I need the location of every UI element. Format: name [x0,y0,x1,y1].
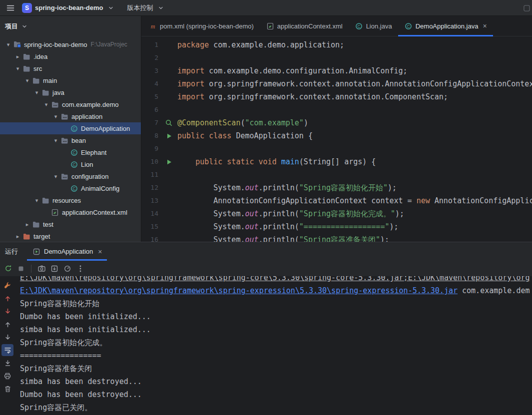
tree-item-idea[interactable]: ▸.idea [0,50,141,62]
export-button[interactable] [48,263,60,275]
line-number: 13 [141,194,164,207]
code-token: "com.example" [245,118,303,127]
tree-item-bean[interactable]: ▾bean [0,134,141,146]
console-link[interactable]: E:\JDK\maven\repository\org\springframew… [20,276,530,282]
print-button[interactable] [1,370,13,382]
gauge-button[interactable] [61,263,73,275]
up-stack-button[interactable] [1,292,13,304]
code-line: 14 System.out.println("Spring容器初始化完成。"); [141,207,532,220]
code-token: ); [395,209,404,218]
collapse-icon[interactable]: ▾ [51,173,60,180]
tree-item-elephant[interactable]: CElephant [0,146,141,158]
scroll-to-end-button[interactable] [1,357,13,369]
tree-item-label: Elephant [81,149,106,156]
svg-text:C: C [72,150,75,155]
hamburger-menu-button[interactable] [4,2,17,14]
line-number: 15 [141,220,164,233]
expand-icon[interactable]: ▸ [13,53,22,60]
stop-button[interactable] [15,263,27,275]
camera-button[interactable] [35,263,47,275]
gutter [164,194,177,207]
collapse-icon[interactable]: ▾ [23,77,31,84]
tree-item-application[interactable]: ▾application [0,110,141,122]
collapse-icon[interactable]: ▾ [32,197,41,204]
tree-item-applicationcontext-xml[interactable]: applicationContext.xml [0,206,141,218]
tree-item-test[interactable]: ▸test [0,218,141,230]
springxml-icon [50,208,59,216]
tree-item-lion[interactable]: CLion [0,158,141,170]
expand-icon[interactable]: ▸ [23,221,31,228]
line-number: 1 [141,38,164,51]
console-line: E:\JDK\maven\repository\org\springframew… [20,284,532,297]
code-editor[interactable]: 1package com.example.demo.application;23… [141,36,532,242]
console-text: simba has been destroyed... [20,377,142,386]
next-occurrence-button[interactable] [1,331,13,343]
bean-icon[interactable] [164,119,173,127]
run-icon[interactable] [164,158,173,166]
down-stack-button[interactable] [1,305,13,317]
gutter[interactable] [164,116,177,129]
code-token: org.springframework.context.annotation.C… [204,92,448,101]
rerun-button[interactable] [2,263,14,275]
tree-item-spring-ioc-bean-demo[interactable]: ▾spring-ioc-bean-demoF:\JavaProjec [0,38,141,50]
code-token: ) [304,118,308,127]
code-token: .println( [259,222,299,231]
tree-item-label: DemoApplication [81,125,130,132]
gutter[interactable] [164,129,177,142]
customize-button[interactable] [1,279,13,291]
tree-item-configuration[interactable]: ▾configuration [0,170,141,182]
expand-icon[interactable]: ▸ [13,233,22,240]
window-control-icon[interactable] [522,4,531,12]
console-link[interactable]: E:\JDK\maven\repository\org\springframew… [20,286,458,295]
clear-all-button[interactable] [1,383,13,395]
editor-tab-applicationcontext-xml[interactable]: applicationContext.xml [260,16,349,36]
soft-wrap-button[interactable] [1,344,13,356]
tree-item-target[interactable]: ▸target [0,230,141,242]
class-icon: C [69,184,78,192]
tree-item-com-example-demo[interactable]: ▾com.example.demo [0,98,141,110]
line-number: 5 [141,90,164,103]
collapse-icon[interactable]: ▾ [51,137,60,144]
code-text: package com.example.demo.application; [177,38,344,51]
package-icon [60,112,69,120]
tree-item-demoapplication[interactable]: CDemoApplication [0,122,141,134]
collapse-icon[interactable]: ▾ [51,113,60,120]
collapse-icon[interactable]: ▾ [42,101,50,108]
code-text: AnnotationConfigApplicationContext conte… [177,194,532,207]
collapse-icon[interactable]: ▾ [32,89,41,96]
collapse-icon[interactable]: ▾ [4,41,12,48]
more-button[interactable] [74,263,86,275]
tree-item-java[interactable]: ▾java [0,86,141,98]
run-tab-demoapplication[interactable]: DemoApplication × [27,242,107,261]
close-icon[interactable]: × [98,248,102,256]
tree-item-resources[interactable]: ▾resources [0,194,141,206]
prev-occurrence-button[interactable] [1,318,13,330]
run-icon[interactable] [164,132,173,140]
console-line: Spring容器初始化完成。 [20,336,532,349]
chevron-down-icon [156,4,165,12]
console-text: ================== [20,351,101,360]
code-line: 8public class DemoApplication { [141,129,532,142]
vcs-selector[interactable]: 版本控制 [124,1,168,14]
editor-tab-pom-xml-spring-ioc-bean-demo[interactable]: mpom.xml (spring-ioc-bean-demo) [142,16,260,36]
close-icon[interactable]: × [483,22,487,30]
gutter[interactable] [164,155,177,168]
code-token: ); [389,222,398,231]
editor-tab-demoapplication-java[interactable]: CDemoApplication.java× [398,16,493,36]
console-line: simba has been initialized... [20,323,532,336]
tree-item-label: main [43,77,57,84]
console-line: Spring容器初始化开始 [20,297,532,310]
console-text: Spring容器初始化完成。 [20,338,107,347]
collapse-icon[interactable]: ▾ [13,65,22,72]
editor-tab-lion-java[interactable]: CLion.java [349,16,398,36]
folder-icon [31,220,40,228]
project-panel-header[interactable]: 项目 [0,16,141,36]
gutter [164,77,177,90]
console-line: Dumbo has been destroyed... [20,388,532,401]
code-token: ); [380,235,389,242]
project-selector[interactable]: S spring-ioc-bean-demo [19,1,118,14]
tree-item-src[interactable]: ▾src [0,62,141,74]
tree-item-main[interactable]: ▾main [0,74,141,86]
tree-item-animalconfig[interactable]: CAnimalConfig [0,182,141,194]
line-number: 7 [141,116,164,129]
